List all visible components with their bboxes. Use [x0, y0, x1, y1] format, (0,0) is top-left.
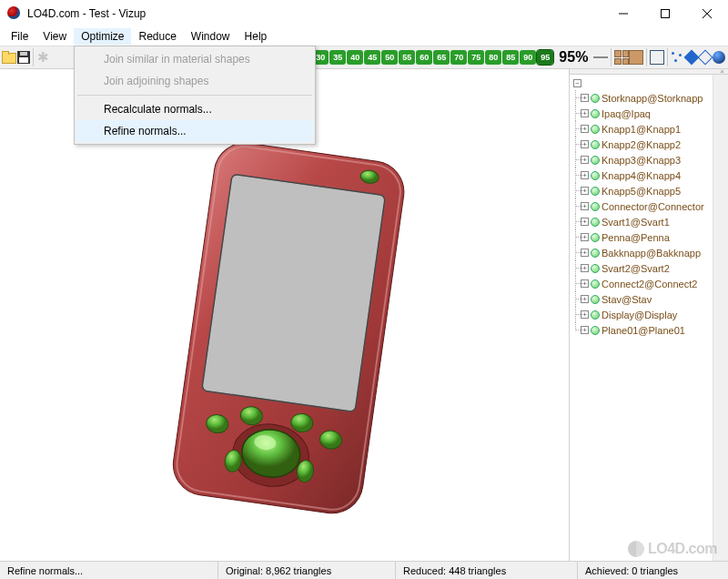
expand-icon[interactable]: +	[581, 218, 589, 226]
tree-node[interactable]: +Ipaq@Ipaq	[573, 106, 713, 121]
close-button[interactable]	[686, 0, 728, 27]
watermark-icon	[628, 541, 644, 557]
window-title: LO4D.com - Test - Vizup	[27, 7, 602, 20]
tree-node[interactable]: +Knapp2@Knapp2	[573, 137, 713, 152]
menu-item[interactable]: Refine normals...	[76, 120, 313, 142]
maximize-button[interactable]	[644, 0, 686, 27]
view-flatwire-button[interactable]	[699, 47, 713, 67]
tree-node-label: Penna@Penna	[602, 232, 670, 243]
svg-rect-6	[202, 174, 386, 411]
percent-85[interactable]: 85	[502, 50, 519, 65]
settings-button[interactable]: ✱	[36, 47, 50, 67]
node-icon	[591, 94, 600, 103]
expand-icon[interactable]: +	[581, 109, 589, 117]
tree-node[interactable]: +Bakknapp@Bakknapp	[573, 245, 713, 260]
tree-node-label: Storknapp@Storknapp	[602, 93, 703, 104]
expand-icon[interactable]: +	[581, 140, 589, 148]
tree-node[interactable]: +Knapp5@Knapp5	[573, 183, 713, 198]
expand-icon[interactable]: +	[581, 171, 589, 179]
save-button[interactable]	[16, 47, 30, 67]
expand-icon[interactable]: +	[581, 94, 589, 102]
tree-node[interactable]: +Connector@Connector	[573, 198, 713, 214]
percent-95[interactable]: 95	[537, 50, 553, 65]
percent-70[interactable]: 70	[450, 50, 467, 65]
tree-node[interactable]: +Plane01@Plane01	[573, 322, 713, 338]
percent-35[interactable]: 35	[329, 50, 346, 65]
minimize-button[interactable]	[602, 0, 644, 27]
node-icon	[591, 264, 600, 273]
expand-icon[interactable]: +	[581, 125, 589, 133]
single-view-icon	[629, 50, 643, 65]
object-tree[interactable]: − +Storknapp@Storknapp+Ipaq@Ipaq+Knapp1@…	[570, 75, 713, 561]
menu-reduce[interactable]: Reduce	[131, 28, 183, 45]
tree-node[interactable]: +Connect2@Connect2	[573, 276, 713, 291]
tree-node[interactable]: +Knapp1@Knapp1	[573, 121, 713, 137]
node-icon	[591, 187, 600, 196]
node-icon	[591, 125, 600, 134]
scrollbar[interactable]	[713, 75, 728, 561]
expand-icon[interactable]: +	[581, 187, 589, 195]
node-icon	[591, 140, 600, 149]
expand-icon[interactable]: +	[581, 233, 589, 241]
expand-icon[interactable]: +	[581, 249, 589, 257]
quad-view-icon	[614, 50, 629, 65]
expand-icon[interactable]: +	[581, 295, 589, 303]
menu-item[interactable]: Recalculate normals...	[76, 98, 313, 120]
node-icon	[591, 295, 600, 304]
tree-node[interactable]: +Stav@Stav	[573, 291, 713, 307]
percent-50[interactable]: 50	[381, 50, 398, 65]
percent-65[interactable]: 65	[433, 50, 450, 65]
tree-node[interactable]: +Penna@Penna	[573, 229, 713, 245]
expand-icon[interactable]: +	[581, 279, 589, 288]
tree-node-label: Knapp2@Knapp2	[602, 139, 681, 150]
expand-icon[interactable]: +	[581, 310, 589, 319]
menu-view[interactable]: View	[35, 28, 74, 45]
node-icon	[591, 218, 600, 227]
node-icon	[591, 202, 600, 211]
view-single-button[interactable]	[629, 47, 643, 67]
node-icon	[591, 109, 600, 118]
window-controls	[602, 0, 728, 27]
watermark: LO4D.com	[628, 541, 717, 557]
tree-node-label: Display@Display	[602, 310, 677, 320]
folder-icon	[2, 51, 16, 64]
node-icon	[591, 279, 600, 289]
menu-file[interactable]: File	[4, 28, 35, 45]
menu-window[interactable]: Window	[184, 28, 238, 45]
optimize-menu-dropdown: Join similar in material shapesJoin adjo…	[74, 46, 316, 145]
open-button[interactable]	[2, 47, 16, 67]
percent-45[interactable]: 45	[364, 50, 380, 65]
reduction-slider[interactable]	[593, 50, 608, 65]
menu-optimize[interactable]: Optimize	[74, 28, 131, 45]
node-icon	[591, 310, 600, 320]
menu-help[interactable]: Help	[238, 28, 275, 45]
tree-node[interactable]: +Svart2@Svart2	[573, 260, 713, 276]
percent-40[interactable]: 40	[347, 50, 363, 65]
expand-icon[interactable]: +	[581, 156, 589, 164]
app-icon	[7, 6, 22, 21]
view-points-button[interactable]	[670, 47, 684, 67]
expand-icon[interactable]: +	[581, 202, 589, 210]
view-flat-button[interactable]	[684, 47, 698, 67]
tree-node[interactable]: +Knapp3@Knapp3	[573, 152, 713, 168]
tree-node[interactable]: +Svart1@Svart1	[573, 214, 713, 229]
percent-55[interactable]: 55	[399, 50, 415, 65]
model-render	[155, 142, 428, 543]
tree-root[interactable]: −	[573, 76, 713, 90]
tree-node[interactable]: +Storknapp@Storknapp	[573, 90, 713, 106]
percent-90[interactable]: 90	[520, 50, 536, 65]
view-wireframe-button[interactable]	[650, 47, 664, 67]
view-smooth-button[interactable]	[713, 47, 726, 67]
view-quad-button[interactable]	[614, 47, 629, 67]
expand-icon[interactable]: +	[581, 264, 589, 272]
tree-node[interactable]: +Display@Display	[573, 307, 713, 322]
percent-75[interactable]: 75	[468, 50, 484, 65]
tree-node-label: Connector@Connector	[602, 201, 704, 212]
percent-60[interactable]: 60	[416, 50, 432, 65]
percent-80[interactable]: 80	[485, 50, 501, 65]
tree-node[interactable]: +Knapp4@Knapp4	[573, 168, 713, 183]
title-bar: LO4D.com - Test - Vizup	[0, 0, 728, 27]
status-achieved: Achieved: 0 triangles	[578, 562, 728, 579]
expand-icon[interactable]: +	[581, 326, 589, 334]
menu-item: Join adjoining shapes	[76, 70, 313, 92]
